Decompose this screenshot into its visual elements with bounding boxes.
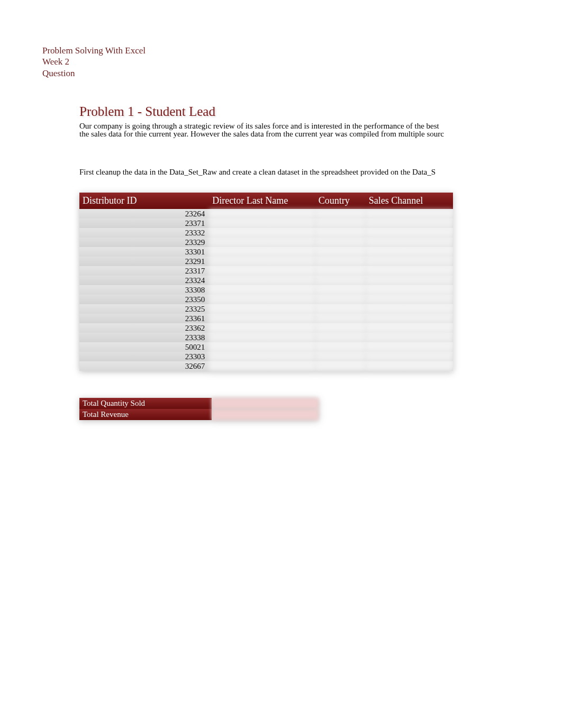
country-cell xyxy=(315,238,366,247)
director-last-name-cell xyxy=(209,209,315,219)
table-row: 23329 xyxy=(79,238,453,247)
table-row: 33308 xyxy=(79,285,453,295)
summary-table-wrap: Total Quantity Sold Total Revenue xyxy=(79,398,319,420)
country-cell xyxy=(315,285,366,295)
sales-channel-cell xyxy=(366,209,453,219)
country-cell xyxy=(315,209,366,219)
table-row: 23338 xyxy=(79,333,453,342)
country-cell xyxy=(315,314,366,323)
director-last-name-cell xyxy=(209,304,315,314)
director-last-name-cell xyxy=(209,257,315,266)
director-last-name-cell xyxy=(209,238,315,247)
summary-row-revenue: Total Revenue xyxy=(79,409,319,420)
director-last-name-cell xyxy=(209,361,315,371)
country-cell xyxy=(315,323,366,333)
sales-channel-cell xyxy=(366,238,453,247)
table-row: 23362 xyxy=(79,323,453,333)
distributor-id-cell: 23332 xyxy=(79,228,209,238)
summary-row-quantity: Total Quantity Sold xyxy=(79,398,319,409)
table-row: 23303 xyxy=(79,352,453,361)
director-last-name-cell xyxy=(209,352,315,361)
distributor-id-cell: 23303 xyxy=(79,352,209,361)
distributor-id-cell: 23362 xyxy=(79,323,209,333)
problem-description: Our company is going through a strategic… xyxy=(79,122,492,139)
distributor-id-cell: 23291 xyxy=(79,257,209,266)
sales-channel-cell xyxy=(366,333,453,342)
distributor-id-cell: 50021 xyxy=(79,342,209,352)
director-last-name-cell xyxy=(209,219,315,228)
director-last-name-cell xyxy=(209,295,315,304)
table-row: 23264 xyxy=(79,209,453,219)
header-director-last-name: Director Last Name xyxy=(209,193,315,209)
header-distributor-id: Distributor ID xyxy=(79,193,209,209)
country-cell xyxy=(315,257,366,266)
table-row: 32667 xyxy=(79,361,453,371)
sales-channel-cell xyxy=(366,257,453,266)
director-last-name-cell xyxy=(209,276,315,285)
sales-channel-cell xyxy=(366,266,453,276)
sales-channel-cell xyxy=(366,219,453,228)
sales-channel-cell xyxy=(366,295,453,304)
description-line2: the sales data for thie current year. Ho… xyxy=(79,130,492,138)
distributor-id-cell: 23361 xyxy=(79,314,209,323)
country-cell xyxy=(315,276,366,285)
distributor-id-cell: 23324 xyxy=(79,276,209,285)
table-row: 23291 xyxy=(79,257,453,266)
sales-channel-cell xyxy=(366,361,453,371)
table-row: 33301 xyxy=(79,247,453,257)
total-quantity-sold-label: Total Quantity Sold xyxy=(79,398,212,409)
header-sales-channel: Sales Channel xyxy=(366,193,453,209)
content-block: Problem 1 - Student Lead Our company is … xyxy=(79,104,492,371)
table-header-row: Distributor ID Director Last Name Countr… xyxy=(79,193,453,209)
country-cell xyxy=(315,228,366,238)
sales-channel-cell xyxy=(366,228,453,238)
week-label: Week 2 xyxy=(42,56,146,67)
sales-channel-cell xyxy=(366,247,453,257)
table-row: 23361 xyxy=(79,314,453,323)
director-last-name-cell xyxy=(209,333,315,342)
sales-channel-cell xyxy=(366,314,453,323)
table-row: 23350 xyxy=(79,295,453,304)
country-cell xyxy=(315,247,366,257)
distributor-id-cell: 23264 xyxy=(79,209,209,219)
country-cell xyxy=(315,352,366,361)
director-last-name-cell xyxy=(209,314,315,323)
distributor-table: Distributor ID Director Last Name Countr… xyxy=(79,193,453,371)
instruction-text: First cleanup the data in the Data_Set_R… xyxy=(79,168,492,177)
table-row: 23325 xyxy=(79,304,453,314)
country-cell xyxy=(315,361,366,371)
sales-channel-cell xyxy=(366,276,453,285)
distributor-id-cell: 33308 xyxy=(79,285,209,295)
table-row: 50021 xyxy=(79,342,453,352)
distributor-id-cell: 23325 xyxy=(79,304,209,314)
problem-title: Problem 1 - Student Lead xyxy=(79,104,492,119)
description-line1: Our company is going through a strategic… xyxy=(79,122,492,130)
summary-table: Total Quantity Sold Total Revenue xyxy=(79,398,319,420)
total-revenue-label: Total Revenue xyxy=(79,409,212,420)
data-table-wrap: Distributor ID Director Last Name Countr… xyxy=(79,193,492,371)
distributor-id-cell: 23317 xyxy=(79,266,209,276)
question-label: Question xyxy=(42,68,146,79)
country-cell xyxy=(315,304,366,314)
distributor-id-cell: 32667 xyxy=(79,361,209,371)
header-country: Country xyxy=(315,193,366,209)
table-row: 23332 xyxy=(79,228,453,238)
total-quantity-sold-value xyxy=(212,398,319,409)
sales-channel-cell xyxy=(366,304,453,314)
director-last-name-cell xyxy=(209,285,315,295)
director-last-name-cell xyxy=(209,342,315,352)
distributor-id-cell: 23329 xyxy=(79,238,209,247)
table-row: 23371 xyxy=(79,219,453,228)
total-revenue-value xyxy=(212,409,319,420)
table-row: 23317 xyxy=(79,266,453,276)
distributor-id-cell: 33301 xyxy=(79,247,209,257)
distributor-id-cell: 23338 xyxy=(79,333,209,342)
director-last-name-cell xyxy=(209,323,315,333)
course-name: Problem Solving With Excel xyxy=(42,45,146,56)
director-last-name-cell xyxy=(209,266,315,276)
sales-channel-cell xyxy=(366,342,453,352)
director-last-name-cell xyxy=(209,228,315,238)
country-cell xyxy=(315,342,366,352)
sales-channel-cell xyxy=(366,285,453,295)
country-cell xyxy=(315,266,366,276)
